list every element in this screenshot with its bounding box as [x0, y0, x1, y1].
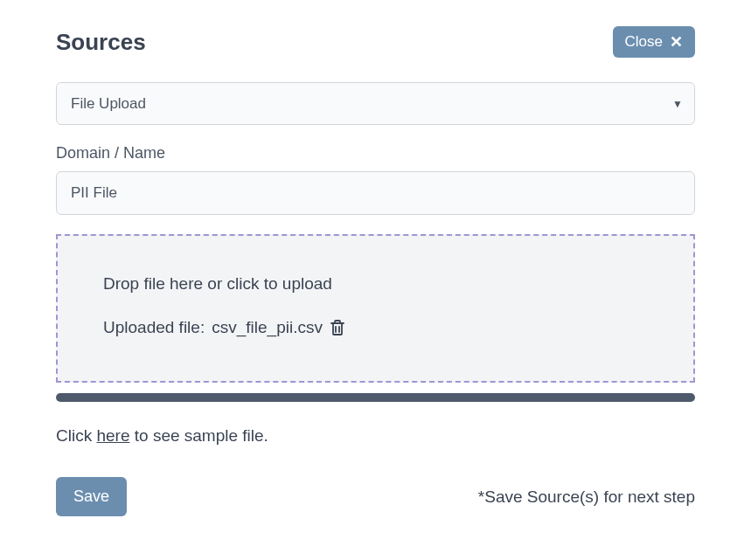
uploaded-file-row: Uploaded file: csv_file_pii.csv	[103, 318, 648, 337]
dropzone-instruction: Drop file here or click to upload	[103, 274, 648, 294]
uploaded-file-name: csv_file_pii.csv	[212, 318, 323, 337]
sample-suffix: to see sample file.	[129, 426, 268, 445]
upload-progress-bar	[56, 393, 695, 402]
sample-prefix: Click	[56, 426, 96, 445]
domain-name-input[interactable]	[56, 171, 695, 215]
sample-file-line: Click here to see sample file.	[56, 426, 695, 446]
close-button-label: Close	[625, 33, 663, 51]
page-title: Sources	[56, 29, 146, 56]
sample-file-link[interactable]: here	[96, 426, 129, 445]
file-dropzone[interactable]: Drop file here or click to upload Upload…	[56, 234, 695, 383]
save-hint: *Save Source(s) for next step	[478, 487, 695, 507]
close-button[interactable]: Close ✕	[613, 26, 695, 58]
domain-name-label: Domain / Name	[56, 144, 695, 162]
footer-row: Save *Save Source(s) for next step	[56, 477, 695, 516]
header-row: Sources Close ✕	[56, 26, 695, 58]
source-type-select[interactable]: File Upload	[56, 82, 695, 125]
uploaded-file-prefix: Uploaded file:	[103, 318, 205, 337]
save-button[interactable]: Save	[56, 477, 127, 516]
close-icon: ✕	[670, 34, 683, 50]
trash-icon[interactable]	[330, 319, 345, 336]
source-type-select-wrap: File Upload ▼	[56, 82, 695, 125]
